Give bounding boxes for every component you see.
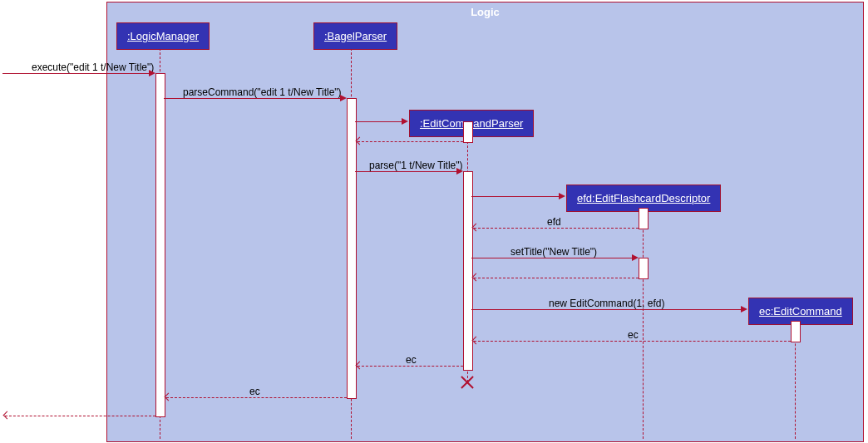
arrow-icon [741,306,747,313]
msg-return-ec-2: ec [406,354,417,366]
activation-bagelparser [347,98,357,399]
arrow-icon [340,95,347,101]
destroy-icon [461,376,474,389]
participant-logicmanager: :LogicManager [116,22,210,50]
lifeline-editflashcarddescriptor [643,209,644,439]
participant-bagelparser: :BagelParser [313,22,397,50]
activation-editcommandparser-1 [463,121,473,143]
msg-execute: execute("edit 1 t/New Title") [32,62,154,73]
arrow-icon [456,168,463,175]
activation-logicmanager [155,73,165,417]
msg-settitle: setTitle("New Title") [510,246,597,258]
arrow-icon [149,70,155,76]
frame-title: Logic [471,6,500,18]
activation-efd-2 [639,258,649,279]
msg-return-ec-3: ec [249,386,260,397]
activation-efd-1 [639,208,649,229]
msg-parsecommand: parseCommand("edit 1 t/New Title") [183,86,342,98]
arrow-icon [402,118,408,125]
arrow-icon [559,193,565,199]
msg-return-ec-1: ec [628,329,639,341]
activation-ec [791,321,801,342]
msg-return-efd: efd [547,216,561,228]
arrow-icon [3,411,12,420]
arrow-icon [632,254,639,261]
msg-parse: parse("1 t/New Title") [369,160,463,171]
logic-frame: Logic [106,2,864,442]
sequence-diagram: Logic :LogicManager :BagelParser :EditCo… [0,0,868,443]
msg-new-editcommand: new EditCommand(1, efd) [549,298,664,309]
